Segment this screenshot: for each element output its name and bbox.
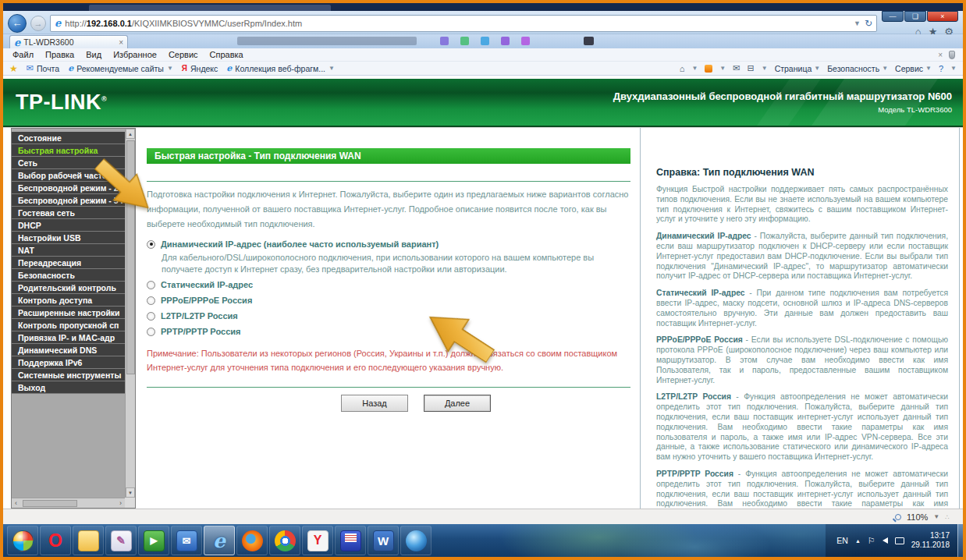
help-icon[interactable]: ? (939, 64, 943, 73)
show-desktop-button[interactable] (957, 524, 963, 557)
read-mail-icon[interactable]: ✉ (733, 63, 740, 73)
next-button[interactable]: Далее (424, 395, 491, 412)
minimize-button[interactable]: — (882, 11, 904, 22)
menu-item[interactable]: Избранное (113, 50, 157, 59)
language-indicator[interactable]: EN (836, 536, 848, 545)
favorite-item[interactable]: eКоллекция веб-фрагм...▼ (226, 64, 335, 73)
intro-text: Подготовка настройки подключения к Интер… (147, 187, 630, 232)
back-button[interactable]: Назад (341, 395, 408, 412)
menu-item[interactable]: Справка (210, 50, 243, 59)
sidebar-item[interactable]: Поддержка IPv6 (12, 356, 125, 369)
globe-taskbar-icon[interactable] (400, 526, 432, 555)
sidebar-item[interactable]: Выбор рабочей частоты (12, 169, 125, 182)
opera-taskbar-icon[interactable] (40, 526, 71, 555)
wan-option[interactable]: Динамический IP-адрес (наиболее часто ис… (147, 238, 630, 250)
save-taskbar-icon[interactable] (335, 526, 366, 555)
sidebar-item[interactable]: NAT (12, 244, 125, 257)
favorite-item[interactable]: eРекомендуемые сайты▼ (68, 64, 173, 73)
print-icon[interactable]: ⊟ (748, 63, 755, 73)
zoom-dropdown-icon[interactable]: ▼ (933, 513, 939, 520)
forward-nav-icon[interactable]: → (30, 16, 46, 31)
help-title: Справка: Тип подключения WAN (656, 167, 948, 178)
security-menu[interactable]: Безопасность▼ (827, 64, 888, 73)
media-taskbar-icon[interactable] (138, 526, 169, 555)
network-icon[interactable] (895, 537, 904, 544)
sidebar-item[interactable]: Настройки USB (12, 232, 125, 244)
sidebar-item[interactable]: Сеть (12, 157, 125, 169)
browser-tab[interactable]: e TL-WDR3600 × (9, 35, 128, 48)
wan-option[interactable]: L2TP/L2TP Россия (147, 310, 630, 322)
mail-taskbar-icon[interactable] (171, 526, 202, 555)
favorite-item[interactable]: ✉Почта (27, 64, 59, 73)
favorite-item[interactable]: ЯЯндекс (182, 64, 218, 73)
action-center-flag-icon[interactable]: ⚐ (868, 536, 875, 546)
close-notification-icon[interactable]: × (938, 51, 943, 59)
volume-icon[interactable] (883, 537, 888, 544)
paint-icon (111, 530, 132, 551)
refresh-icon[interactable]: ↻ (865, 18, 872, 29)
sidebar-item[interactable]: DHCP (12, 219, 125, 232)
scrollbar-thumb[interactable] (23, 500, 77, 507)
scroll-left-icon[interactable]: ‹ (15, 499, 17, 507)
sidebar-item[interactable]: Гостевая сеть (12, 207, 125, 219)
radio-button[interactable] (147, 312, 155, 321)
address-bar[interactable]: e http://192.168.0.1/KIQXIIMKBIOSVYMMC/u… (50, 15, 877, 32)
scroll-down-icon[interactable]: ▼ (126, 487, 135, 498)
sidebar-item[interactable]: Быстрая настройка (12, 144, 125, 157)
sidebar-item[interactable]: Контроль пропускной сп (12, 319, 125, 331)
sidebar-item[interactable]: Привязка IP- и MAC-адр (12, 331, 125, 344)
desktop-glimpse (237, 37, 417, 45)
firefox-taskbar-icon[interactable] (236, 526, 268, 555)
close-button[interactable]: × (927, 11, 958, 22)
router-header: TP-LINK® Двухдиапазонный беспроводной ги… (3, 79, 963, 127)
scroll-right-icon[interactable]: › (119, 499, 122, 507)
sidebar-item[interactable]: Беспроводной режим - 5 ГГц (12, 194, 125, 207)
paint-taskbar-icon[interactable] (105, 526, 137, 555)
sidebar-item[interactable]: Динамический DNS (12, 344, 125, 356)
sidebar-item[interactable]: Безопасность (12, 269, 125, 282)
clock[interactable]: 13:1729.11.2018 (911, 531, 950, 550)
explorer-taskbar-icon[interactable] (73, 526, 104, 555)
radio-button[interactable] (147, 328, 155, 336)
sidebar-item[interactable]: Переадресация (12, 257, 125, 269)
chrome-taskbar-icon[interactable] (269, 526, 300, 555)
add-favorite-star-icon[interactable]: ★ (9, 63, 18, 74)
rss-icon[interactable] (705, 65, 712, 73)
scroll-up-icon[interactable]: ▲ (126, 129, 135, 139)
service-menu[interactable]: Сервис▼ (895, 64, 932, 73)
tab-close-icon[interactable]: × (119, 38, 123, 47)
menu-item[interactable]: Вид (86, 50, 101, 59)
word-taskbar-icon[interactable] (368, 526, 399, 555)
menu-item[interactable]: Файл (12, 50, 34, 59)
start-taskbar-icon[interactable] (7, 526, 38, 555)
radio-button[interactable] (147, 240, 155, 249)
page-menu[interactable]: Страница▼ (775, 64, 821, 73)
address-dropdown-icon[interactable]: ▼ (854, 19, 861, 27)
sidebar-item[interactable]: Системные инструменты (12, 369, 125, 381)
yandex-taskbar-icon[interactable] (302, 526, 333, 555)
home-menu-icon[interactable]: ⌂ (680, 64, 685, 73)
menu-items: ФайлПравкаВидИзбранноеСервисСправка (12, 50, 243, 59)
sidebar-vertical-scrollbar[interactable]: ▲ ▼ (125, 129, 135, 498)
sidebar-item[interactable]: Расширенные настройки (12, 307, 125, 319)
sidebar-item[interactable]: Выход (12, 381, 125, 394)
hidden-icons-chevron[interactable]: ▲ (855, 538, 861, 544)
zoom-level[interactable]: 110% (907, 512, 928, 522)
sidebar-item[interactable]: Родительский контроль (12, 282, 125, 294)
sidebar-item[interactable]: Контроль доступа (12, 294, 125, 307)
menu-item[interactable]: Сервис (169, 50, 198, 59)
radio-button[interactable] (147, 281, 155, 289)
wan-option[interactable]: PPPoE/PPPoE Россия (147, 294, 630, 307)
scrollbar-thumb[interactable] (126, 140, 135, 374)
ie-taskbar-icon[interactable] (204, 526, 235, 555)
sidebar-item[interactable]: Состояние (12, 132, 125, 144)
wan-option[interactable]: PPTP/PPTP Россия (147, 325, 630, 338)
sidebar-horizontal-scrollbar[interactable]: ‹ › (12, 498, 125, 508)
maximize-button[interactable]: ❏ (904, 11, 926, 22)
wan-option[interactable]: Статический IP-адрес (147, 278, 630, 291)
menu-item[interactable]: Правка (45, 50, 74, 59)
ie-tab-icon: e (14, 37, 20, 48)
radio-button[interactable] (147, 296, 155, 305)
back-nav-icon[interactable]: ← (8, 14, 27, 33)
sidebar-item[interactable]: Беспроводной режим - 2,4 ГГц (12, 182, 125, 194)
